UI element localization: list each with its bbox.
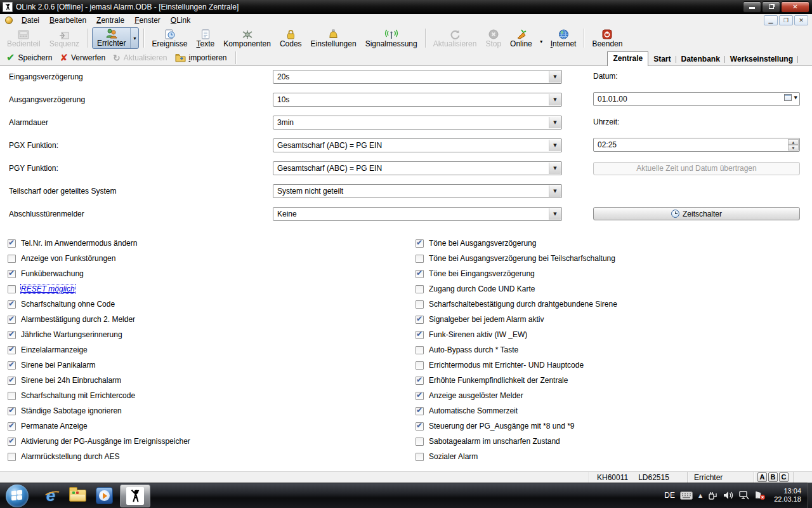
errichter-dropdown-arrow[interactable]: ▼: [130, 28, 138, 48]
close-button[interactable]: ✕: [781, 1, 809, 13]
checkbox-row[interactable]: ✔ Töne bei Ausgangsverzögerung: [416, 236, 617, 251]
checkbox-row[interactable]: ✔ Sirene bei 24h Einbruchalarm: [8, 373, 190, 388]
datepicker-button[interactable]: ▼: [784, 94, 797, 101]
taskbar-item-explorer[interactable]: [64, 484, 91, 508]
checkbox[interactable]: ✔: [416, 331, 424, 339]
internet-button[interactable]: Internet: [546, 27, 581, 49]
checkbox-row[interactable]: ✔ Sozialer Alarm: [416, 449, 617, 464]
checkbox[interactable]: ✔: [8, 438, 16, 446]
checkbox-row[interactable]: ✔ Alarmbestätigung durch 2. Melder: [8, 312, 190, 327]
checkbox-row[interactable]: ✔ Zugang durch Code UND Karte: [416, 281, 617, 297]
einstellungen-button[interactable]: Einstellungen: [306, 27, 361, 49]
checkbox[interactable]: ✔: [416, 361, 424, 370]
form-combobox[interactable]: 20s ▼: [273, 70, 562, 84]
checkbox[interactable]: ✔: [416, 377, 424, 385]
checkbox-row[interactable]: ✔ Töne bei Ausgangsverzögerung bei Teils…: [416, 251, 617, 266]
checkbox[interactable]: ✔: [8, 407, 16, 415]
importieren-button[interactable]: importieren: [173, 52, 232, 64]
checkbox[interactable]: ✔: [8, 300, 16, 309]
checkbox[interactable]: ✔: [8, 255, 16, 263]
checkbox[interactable]: ✔: [416, 285, 424, 293]
texte-button[interactable]: Texte: [192, 27, 219, 49]
form-combobox[interactable]: 3min ▼: [273, 116, 562, 130]
checkbox[interactable]: ✔: [8, 346, 16, 354]
form-combobox[interactable]: Gesamtscharf (ABC) = PG EIN ▼: [273, 138, 562, 152]
checkbox[interactable]: ✔: [416, 392, 424, 400]
combobox-arrow-button[interactable]: ▼: [549, 208, 561, 220]
section-c-indicator[interactable]: C: [779, 472, 789, 482]
combobox-arrow-button[interactable]: ▼: [549, 71, 561, 83]
checkbox-row[interactable]: ✔ Ständige Sabotage ignorieren: [8, 403, 190, 418]
checkbox-row[interactable]: ✔ Einzelalarmanzeige: [8, 342, 190, 358]
combobox-arrow-button[interactable]: ▼: [549, 117, 561, 128]
form-combobox[interactable]: Gesamtscharf (ABC) = PG EIN ▼: [273, 161, 562, 175]
komponenten-button[interactable]: Komponenten: [219, 27, 275, 49]
checkbox-row[interactable]: ✔ Permanate Anzeige: [8, 418, 190, 434]
combobox-arrow-button[interactable]: ▼: [549, 94, 561, 105]
checkbox-row[interactable]: ✔ Jährliche Wartungserinnerung: [8, 327, 190, 342]
checkbox-row[interactable]: ✔ Scharfschaltebestätigung durch drahtge…: [416, 297, 617, 312]
checkbox-row[interactable]: ✔ Aktivierung der PG-Ausgänge im Ereigni…: [8, 434, 190, 449]
datum-field[interactable]: 01.01.00 ▼: [593, 92, 800, 106]
language-indicator[interactable]: DE: [664, 491, 675, 500]
show-desktop-button[interactable]: [808, 483, 812, 508]
checkbox-row[interactable]: ✔ Auto-Bypass durch * Taste: [416, 342, 617, 358]
power-plug-icon[interactable]: [708, 491, 717, 500]
checkbox[interactable]: ✔: [416, 407, 424, 415]
online-dropdown-arrow[interactable]: ▼: [537, 39, 546, 44]
verwerfen-button[interactable]: ✘ Verwerfen: [57, 51, 110, 65]
ereignisse-button[interactable]: Ereignisse: [147, 27, 192, 49]
checkbox-row[interactable]: ✔ Anzeige ausgelöster Melder: [416, 388, 617, 403]
checkbox-row[interactable]: ✔ Sabotagealarm im unscharfen Zustand: [416, 434, 617, 449]
checkbox-row[interactable]: ✔ Erhöhte Funkempfindlichkeit der Zentra…: [416, 373, 617, 388]
checkbox-row[interactable]: ✔ Alarmrückstellung durch AES: [8, 449, 190, 464]
section-a-indicator[interactable]: A: [757, 472, 767, 482]
form-combobox[interactable]: 10s ▼: [273, 93, 562, 107]
combobox-arrow-button[interactable]: ▼: [549, 140, 561, 151]
checkbox[interactable]: ✔: [416, 255, 424, 263]
form-combobox[interactable]: System nicht geteilt ▼: [273, 184, 562, 198]
checkbox-row[interactable]: ✔ Errichtermodus mit Errichter- UND Haup…: [416, 358, 617, 373]
checkbox[interactable]: ✔: [416, 300, 424, 309]
checkbox-row[interactable]: ✔ Tel.Nr. im Anwendermodus ändern: [8, 236, 190, 251]
checkbox-row[interactable]: ✔ Signalgeber bei jedem Alarm aktiv: [416, 312, 617, 327]
spin-up-button[interactable]: ▲: [788, 139, 799, 145]
checkbox-row[interactable]: ✔ Automatische Sommerzeit: [416, 403, 617, 418]
tab[interactable]: Werkseinstellung: [725, 53, 798, 66]
checkbox[interactable]: ✔: [416, 270, 424, 278]
mdi-minimize-button[interactable]: ▁: [764, 15, 778, 25]
menu-item[interactable]: Zentrale: [91, 15, 129, 26]
checkbox-row[interactable]: ✔ Töne bei Eingangsverzögerung: [416, 266, 617, 281]
network-offline-icon[interactable]: [755, 491, 766, 500]
mdi-restore-button[interactable]: ❐: [779, 15, 793, 25]
start-button[interactable]: [6, 485, 29, 507]
combobox-arrow-button[interactable]: ▼: [549, 163, 561, 174]
checkbox[interactable]: ✔: [8, 392, 16, 400]
checkbox[interactable]: ✔: [416, 438, 424, 446]
taskbar-item-internet-explorer[interactable]: e: [37, 484, 64, 508]
taskbar-item-media-player[interactable]: [91, 484, 117, 508]
checkbox-row[interactable]: ✔ Steuerung der PG_Ausgänge mit *8 und *…: [416, 418, 617, 434]
mdi-close-button[interactable]: ✕: [794, 15, 808, 25]
checkbox[interactable]: ✔: [416, 346, 424, 354]
checkbox[interactable]: ✔: [8, 453, 16, 461]
checkbox-row[interactable]: ✔ Scharfschaltung mit Errichtercode: [8, 388, 190, 403]
codes-button[interactable]: Codes: [275, 27, 306, 49]
checkbox[interactable]: ✔: [8, 239, 16, 248]
signalmessung-button[interactable]: Signalmessung: [361, 27, 422, 49]
system-menu-icon[interactable]: [5, 17, 13, 24]
beenden-button[interactable]: Beenden: [587, 27, 627, 49]
checkbox-row[interactable]: ✔ Scharfschaltung ohne Code: [8, 297, 190, 312]
checkbox-row[interactable]: ✔ Funküberwachung: [8, 266, 190, 281]
checkbox-row[interactable]: ✔ Sirene bei Panikalarm: [8, 358, 190, 373]
checkbox[interactable]: ✔: [416, 422, 424, 431]
checkbox[interactable]: ✔: [8, 316, 16, 324]
menu-item[interactable]: OLink: [166, 15, 195, 26]
tab[interactable]: Datenbank: [676, 53, 725, 66]
spin-down-button[interactable]: ▼: [788, 145, 799, 150]
restore-button[interactable]: [762, 1, 780, 13]
show-hidden-icons-button[interactable]: ▲: [698, 493, 702, 498]
checkbox[interactable]: ✔: [8, 285, 16, 293]
form-combobox[interactable]: Keine ▼: [273, 207, 562, 221]
speichern-button[interactable]: ✔ Speichern: [4, 50, 57, 65]
